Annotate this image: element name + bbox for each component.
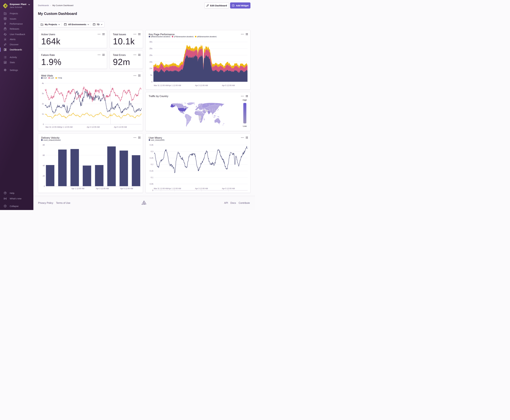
svg-text:60: 60	[43, 154, 45, 156]
svg-text:Mar 31 12:00 AM: Mar 31 12:00 AM	[154, 188, 168, 190]
svg-text:0.15: 0.15	[150, 170, 153, 172]
svg-text:Apr 5 12:00 AM: Apr 5 12:00 AM	[222, 84, 235, 87]
svg-text:30s: 30s	[149, 41, 152, 43]
svg-text:0: 0	[43, 123, 44, 125]
svg-text:0.2: 0.2	[151, 163, 153, 165]
svg-text:15s: 15s	[149, 61, 152, 63]
svg-text:Apr 1 12:00 AM: Apr 1 12:00 AM	[60, 126, 73, 128]
svg-text:80: 80	[43, 144, 45, 146]
svg-text:25s: 25s	[149, 47, 152, 50]
svg-text:Apr 5 12:00 AM: Apr 5 12:00 AM	[120, 188, 133, 190]
svg-text:Apr 3 12:00 AM: Apr 3 12:00 AM	[195, 188, 208, 190]
svg-text:Mar 31 12:00 AM: Mar 31 12:00 AM	[154, 84, 168, 87]
svg-text:10s: 10s	[149, 68, 152, 69]
svg-text:4s: 4s	[42, 82, 44, 84]
svg-text:Apr 1 12:00 AM: Apr 1 12:00 AM	[168, 188, 181, 190]
svg-text:3s: 3s	[42, 92, 44, 95]
svg-text:Apr 1 12:00 AM: Apr 1 12:00 AM	[72, 188, 84, 190]
svg-text:0.25: 0.25	[150, 157, 153, 159]
svg-text:0.05: 0.05	[150, 183, 153, 185]
svg-text:40: 40	[43, 165, 45, 167]
svg-text:5s: 5s	[150, 74, 152, 76]
svg-text:20s: 20s	[149, 54, 152, 56]
svg-text:0.35: 0.35	[150, 144, 153, 146]
svg-text:Apr 1 12:00 AM: Apr 1 12:00 AM	[168, 84, 181, 87]
svg-text:0: 0	[152, 189, 153, 191]
svg-text:0: 0	[44, 185, 45, 187]
svg-text:Apr 3 12:00 AM: Apr 3 12:00 AM	[96, 188, 109, 190]
svg-text:0: 0	[151, 81, 152, 83]
svg-text:0.3: 0.3	[151, 150, 153, 153]
svg-text:Apr 3 12:00 AM: Apr 3 12:00 AM	[87, 126, 100, 128]
svg-text:Apr 3 12:00 AM: Apr 3 12:00 AM	[195, 84, 208, 87]
svg-text:0.1: 0.1	[151, 176, 153, 179]
svg-text:Mar 31 12:00 AM: Mar 31 12:00 AM	[45, 126, 60, 128]
svg-text:Apr 5 12:00 AM: Apr 5 12:00 AM	[222, 188, 235, 190]
svg-text:2s: 2s	[42, 103, 44, 105]
svg-text:Apr 5 12:00 AM: Apr 5 12:00 AM	[114, 126, 127, 128]
svg-text:20: 20	[43, 175, 45, 177]
svg-text:1s: 1s	[42, 113, 44, 115]
